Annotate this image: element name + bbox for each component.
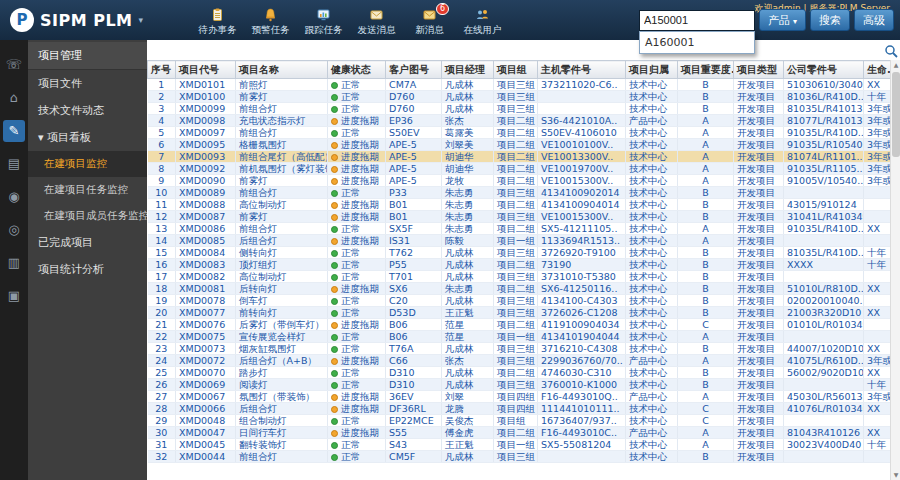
layers-icon[interactable]: ▤ (3, 153, 25, 175)
table-row[interactable]: 13XMD0086前组合灯正常SX5F朱志勇项目二组SX5-41211105..… (148, 223, 891, 235)
table-row[interactable]: 24XMD0072后组合灯（A+B）进度拖期C66张杰项目三组229903676… (148, 355, 891, 367)
sidebar-item-3[interactable]: ▾ 项目看板 (28, 124, 147, 151)
status-warn-icon (331, 394, 338, 401)
table-row[interactable]: 9XMD0090前雾灯进度拖期APE-5龙牧项目二组VE10015300V..技… (148, 175, 891, 187)
media-icon[interactable]: ▣ (3, 285, 25, 307)
sidebar-item-8[interactable]: 项目统计分析 (28, 256, 147, 283)
brand-menu[interactable]: P SIPM PLM ▾ (10, 8, 143, 32)
table-cell: 开发项目 (734, 367, 784, 379)
table-row[interactable]: 16XMD0083顶灯组灯正常P55凡成林项目二组73190技术中心B开发项目X… (148, 259, 891, 271)
table-cell: 进度拖期 (328, 403, 386, 415)
table-row[interactable]: 4XMD0098充电状态指示灯进度拖期EP36张杰项目二组S36-4421010… (148, 115, 891, 127)
sidebar-item-4[interactable]: 在建项目监控 (28, 151, 147, 177)
table-cell: 项目二组 (494, 259, 538, 271)
home-icon[interactable]: ⌂ (3, 87, 25, 109)
table-row[interactable]: 25XMD0070踏步灯正常D310凡成林项目二组4746030-C310技术中… (148, 367, 891, 379)
table-row[interactable]: 29XMD0048组合制动灯正常EP22MCE吴俊杰项目组16736407/93… (148, 415, 891, 427)
table-row[interactable]: 12XMD0087前雾灯进度拖期B01朱志勇项目三组VE10015300V..技… (148, 211, 891, 223)
table-row[interactable]: 3XMD0099前组合灯正常D760凡成林项目三组技术中心B开发项目81035L… (148, 103, 891, 115)
sidebar-item-6[interactable]: 在建项目成员任务监控 (28, 203, 147, 229)
table-cell: B (678, 91, 734, 103)
table-row[interactable]: 7XMD0093前组合尾灯（高低配）进度拖期APE-5胡迪华项目二组VE1001… (148, 151, 891, 163)
table-row[interactable]: 15XMD0084侧转向灯正常T762凡成林项目三组3726920-T9100技… (148, 247, 891, 259)
table-cell (864, 451, 891, 463)
table-row[interactable]: 5XMD0097前组合灯正常S50EV葛露美项目二组S50EV-4106010技… (148, 127, 891, 139)
table-cell: 正常 (328, 91, 386, 103)
table-row[interactable]: 32XMD0044前组合灯正常CM5F凡成林项目三组技术中心B开发项目 (148, 451, 891, 463)
table-cell: 15 (148, 247, 176, 259)
table-row[interactable]: 20XMD0077前转向灯正常D53D王正魁项目三组3726026-C1208技… (148, 307, 891, 319)
toolbar-item-new-message[interactable]: 新消息6 (403, 3, 456, 37)
table-row[interactable]: 26XMD0069阅读灯正常D310凡成林项目三组3760010-K1000技术… (148, 379, 891, 391)
column-header-4[interactable]: 客户图号 (386, 61, 442, 79)
toolbar-item-alert[interactable]: 预警任务 (244, 3, 297, 37)
table-cell: B (678, 199, 734, 211)
scrollbar-thumb[interactable] (892, 72, 900, 157)
table-row[interactable]: 1XMD0101前照灯正常CM7A凡成林项目三组373211020-C6..技术… (148, 79, 891, 91)
column-header-8[interactable]: 项目归属 (626, 61, 678, 79)
column-header-11[interactable]: 公司零件号 (784, 61, 864, 79)
table-cell (538, 451, 626, 463)
vertical-scrollbar[interactable]: ▲ ▼ (890, 60, 900, 480)
column-header-10[interactable]: 项目类型 (734, 61, 784, 79)
table-cell: XMD0085 (176, 235, 236, 247)
toolbar-item-todo[interactable]: 待办事务 (191, 3, 244, 37)
toolbar-item-track[interactable]: 跟踪任务 (297, 3, 350, 37)
table-row[interactable]: 17XMD0082高位制动灯正常T701凡成林项目三组3731010-T5380… (148, 271, 891, 283)
table-row[interactable]: 21XMD0076后雾灯（带倒车灯）进度拖期B06范星项目二组411910090… (148, 319, 891, 331)
table-cell: A (678, 115, 734, 127)
column-header-3[interactable]: 健康状态 (328, 61, 386, 79)
column-header-0[interactable]: 序号 (148, 61, 176, 79)
target-icon[interactable]: ◎ (3, 219, 25, 241)
edit-icon[interactable]: ✎ (3, 120, 25, 142)
scroll-down-icon[interactable]: ▼ (891, 470, 900, 480)
toolbar-item-online-users[interactable]: 在线用户 (456, 3, 509, 37)
table-cell: CM5F (386, 451, 442, 463)
table-row[interactable]: 6XMD0095格栅氛围灯进度拖期APE-5刘翠美项目二组VE10010100V… (148, 139, 891, 151)
table-row[interactable]: 28XMD0066后组合灯进度拖期DF36RL龙腾项目四组11144101011… (148, 403, 891, 415)
search-category-select[interactable]: 产品▾ (759, 9, 806, 31)
table-row[interactable]: 30XMD0047日间行车灯进度拖期S55傅金虎项目二组F16-4493010C… (148, 427, 891, 439)
table-row[interactable]: 19XMD0078倒车灯正常C20凡成林项目三组4134100-C4303技术中… (148, 295, 891, 307)
table-row[interactable]: 23XMD0073烟灰缸氛围灯正常T76A凡成林项目三组3716210-C430… (148, 343, 891, 355)
table-row[interactable]: 2XMD0100前雾灯正常D760凡成林项目三组技术中心B开发项目81036L/… (148, 91, 891, 103)
table-cell: 开发项目 (734, 415, 784, 427)
sidebar-item-7[interactable]: 已完成项目 (28, 229, 147, 256)
service-icon[interactable]: ☏ (3, 54, 25, 76)
column-header-5[interactable]: 项目经理 (442, 61, 494, 79)
column-header-2[interactable]: 项目名称 (236, 61, 328, 79)
advanced-search-button[interactable]: 高级 (854, 9, 894, 31)
table-cell (538, 103, 626, 115)
table-row[interactable]: 11XMD0088高位制动灯进度拖期B01朱志勇项目二组413410090401… (148, 199, 891, 211)
globe-icon[interactable]: ◉ (3, 186, 25, 208)
scroll-up-icon[interactable]: ▲ (891, 60, 900, 70)
column-header-1[interactable]: 项目代号 (176, 61, 236, 79)
column-header-6[interactable]: 项目组 (494, 61, 538, 79)
table-row[interactable]: 31XMD0045翻转装饰灯正常S43王正魁项目一组SX5-55081204技术… (148, 439, 891, 451)
table-row[interactable]: 14XMD0085后组合灯进度拖期IS31陈毅项目一组1133694R1513.… (148, 235, 891, 247)
sidebar-item-0[interactable]: 项目管理 (28, 42, 147, 70)
column-header-12[interactable]: 生命.. (864, 61, 891, 79)
table-row[interactable]: 10XMD0089前组合灯正常P33朱志勇项目三组4134100902014技术… (148, 187, 891, 199)
table-cell (784, 235, 864, 247)
table-cell: 技术中心 (626, 139, 678, 151)
table-row[interactable]: 22XMD0075宣传展览会样灯正常B06范星项目一组4134101904044… (148, 331, 891, 343)
table-row[interactable]: 18XMD0081后转向灯进度拖期SX6朱志勇项目二组SX6-41250116.… (148, 283, 891, 295)
column-header-9[interactable]: 项目重要度.. (678, 61, 734, 79)
table-cell: 项目三组 (494, 247, 538, 259)
table-cell: 开发项目 (734, 307, 784, 319)
search-button[interactable]: 搜索 (810, 9, 850, 31)
table-cell: 后雾灯（带倒车灯） (236, 319, 328, 331)
toolbar-item-send-message[interactable]: 发送消息 (350, 3, 403, 37)
status-ok-icon (331, 454, 338, 461)
sidebar-item-5[interactable]: 在建项目任务监控 (28, 177, 147, 203)
global-search-input[interactable] (639, 10, 755, 31)
table-cell: 开发项目 (734, 79, 784, 91)
table-row[interactable]: 8XMD0092前机氛围灯（雾灯装饰）进度拖期APE-5胡迪华项目二组VE100… (148, 163, 891, 175)
search-suggestion-item[interactable]: A160001 (640, 32, 754, 53)
table-row[interactable]: 27XMD0067氛围灯（带装饰）进度拖期36EV刘翠项目四组F16-44930… (148, 391, 891, 403)
library-icon[interactable]: ▥ (3, 252, 25, 274)
sidebar-item-2[interactable]: 技术文件动态 (28, 97, 147, 124)
column-header-7[interactable]: 主机零件号 (538, 61, 626, 79)
sidebar-item-1[interactable]: 项目文件 (28, 70, 147, 97)
